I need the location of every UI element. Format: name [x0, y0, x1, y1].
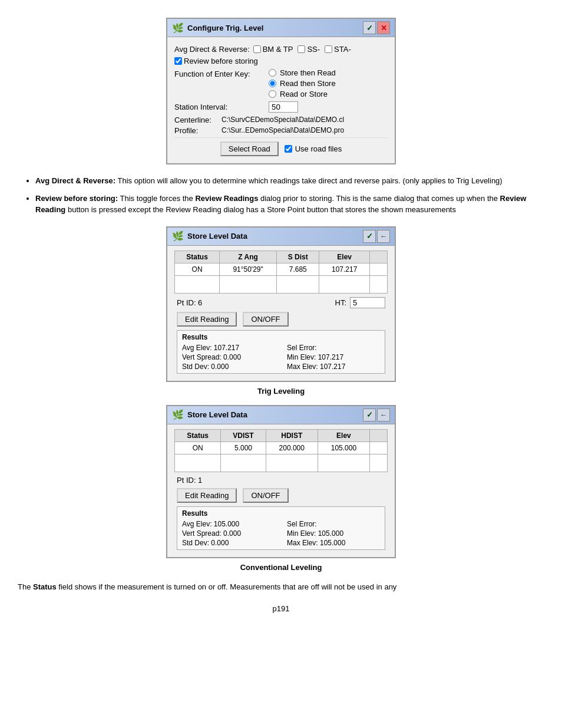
- trig-ok-button[interactable]: ✓: [363, 230, 376, 243]
- conv-results-legend: Results: [182, 509, 380, 518]
- bullet-avg-text: This option will allow you to determine …: [117, 176, 502, 185]
- trig-store-body: Status Z Ang S Dist Elev ON 91°50'29" 7.…: [167, 246, 395, 381]
- sta-checkbox[interactable]: [325, 45, 332, 53]
- conv-edit-row: Edit Reading ON/OFF: [174, 488, 388, 503]
- conv-table-row-1: ON 5.000 200.000 105.000: [175, 442, 388, 454]
- trig-data-table: Status Z Ang S Dist Elev ON 91°50'29" 7.…: [174, 251, 388, 294]
- ss-checkbox[interactable]: [297, 45, 305, 53]
- trig-min-elev: Min Elev: 107.217: [287, 353, 380, 361]
- configure-trig-title-left: 🌿 Configure Trig. Level: [172, 22, 263, 34]
- trig-pt-ht-row: Pt ID: 6 HT: 5: [174, 297, 388, 308]
- ok-button[interactable]: ✓: [363, 21, 376, 34]
- read-or-store-label: Read or Store: [280, 90, 328, 98]
- profile-value: C:\Sur..EDemoSpecial\Data\DEMO.pro: [222, 126, 344, 135]
- close-button[interactable]: ✕: [377, 21, 390, 34]
- bullet-review-text2: dialog prior to storing. This is the sam…: [260, 194, 500, 203]
- conv-store-title: Store Level Data: [187, 410, 247, 419]
- store-then-read-label: Store then Read: [280, 68, 336, 77]
- trig-status-1: ON: [175, 263, 220, 275]
- avg-direct-reverse-row: Avg Direct & Reverse: BM & TP SS- STA-: [174, 45, 388, 54]
- select-road-button[interactable]: Select Road: [220, 141, 279, 156]
- bm-tp-label: BM & TP: [263, 45, 293, 54]
- use-road-files-label: Use road files: [295, 144, 342, 153]
- conv-elev-1: 105.000: [318, 442, 369, 454]
- centerline-value: C:\SurvCEDemoSpecial\Data\DEMO.cl: [222, 116, 344, 124]
- use-road-files-checkbox[interactable]: [285, 145, 292, 153]
- bullet-avg-bold: Avg Direct & Reverse:: [35, 176, 115, 185]
- conv-hdist-1: 200.000: [266, 442, 318, 454]
- trig-col-extra: [370, 251, 388, 263]
- trig-store-icon: 🌿: [172, 230, 184, 242]
- conv-store-body: Status VDIST HDIST Elev ON 5.000 200.000…: [167, 424, 395, 557]
- trig-sel-error: Sel Error:: [287, 344, 380, 352]
- trig-back-button[interactable]: ←: [377, 230, 390, 243]
- conv-col-status: Status: [175, 429, 221, 442]
- footer-status-bold: Status: [33, 582, 57, 591]
- centerline-label: Centerline:: [174, 116, 222, 124]
- profile-row: Profile: C:\Sur..EDemoSpecial\Data\DEMO.…: [174, 126, 388, 135]
- trig-extra-1: [370, 263, 388, 275]
- conv-onoff-button[interactable]: ON/OFF: [243, 488, 288, 503]
- conv-results-group: Results Avg Elev: 105.000 Sel Error: Ver…: [177, 506, 385, 550]
- profile-label: Profile:: [174, 126, 222, 135]
- trig-table-header: Status Z Ang S Dist Elev: [175, 251, 388, 263]
- page-footer: p191: [18, 604, 544, 613]
- bullet-review-text: This toggle forces the: [120, 194, 196, 203]
- read-or-store-item: Read or Store: [269, 90, 336, 98]
- bullet-review-bold: Review before storing:: [35, 194, 118, 203]
- configure-trig-title: Configure Trig. Level: [187, 24, 263, 32]
- conv-results-grid: Avg Elev: 105.000 Sel Error: Vert Spread…: [182, 520, 380, 547]
- conv-ok-button[interactable]: ✓: [363, 409, 376, 421]
- conv-col-elev: Elev: [318, 429, 369, 442]
- trig-max-elev: Max Elev: 107.217: [287, 363, 380, 371]
- trig-empty-row: [175, 275, 388, 293]
- trig-edit-row: Edit Reading ON/OFF: [174, 312, 388, 327]
- trig-table-row-1: ON 91°50'29" 7.685 107.217: [175, 263, 388, 275]
- trig-elev-1: 107.217: [319, 263, 370, 275]
- function-enter-label: Function of Enter Key:: [174, 68, 269, 78]
- trig-empty-5: [370, 275, 388, 293]
- trig-ht-group: HT: 5: [335, 297, 386, 308]
- bullet-review-readings-bold: Review Readings: [195, 194, 258, 203]
- station-interval-input[interactable]: 50: [269, 101, 298, 113]
- trig-onoff-button[interactable]: ON/OFF: [243, 312, 288, 327]
- bm-tp-cb-item: BM & TP: [253, 45, 293, 54]
- conv-store-title-left: 🌿 Store Level Data: [172, 409, 247, 420]
- centerline-row: Centerline: C:\SurvCEDemoSpecial\Data\DE…: [174, 116, 388, 124]
- footer-text-2: field shows if the measurement is turned…: [57, 582, 397, 591]
- read-then-store-item: Read then Store: [269, 79, 336, 88]
- bullet-avg: Avg Direct & Reverse: This option will a…: [35, 175, 544, 187]
- conv-edit-reading-button[interactable]: Edit Reading: [177, 488, 237, 503]
- store-then-read-radio[interactable]: [269, 69, 276, 77]
- store-then-read-item: Store then Read: [269, 68, 336, 77]
- conv-store-icon: 🌿: [172, 409, 184, 420]
- conv-store-titlebar: 🌿 Store Level Data ✓ ←: [167, 406, 395, 424]
- trig-leveling-section: 🌿 Store Level Data ✓ ← Status Z Ang S Di…: [18, 226, 544, 382]
- conventional-leveling-caption: Conventional Leveling: [18, 563, 544, 572]
- read-or-store-radio[interactable]: [269, 90, 276, 98]
- conv-pt-id: Pt ID: 1: [177, 476, 202, 485]
- read-then-store-radio[interactable]: [269, 80, 276, 87]
- avg-direct-label: Avg Direct & Reverse:: [174, 45, 250, 54]
- trig-ht-input[interactable]: 5: [350, 297, 385, 308]
- conv-min-elev: Min Elev: 105.000: [287, 529, 380, 538]
- conv-col-extra: [370, 429, 388, 442]
- avg-checkboxes: BM & TP SS- STA-: [253, 45, 351, 54]
- conv-status-1: ON: [175, 442, 221, 454]
- title-buttons: ✓ ✕: [363, 21, 390, 34]
- use-road-files-group: Use road files: [285, 144, 342, 153]
- review-checkbox[interactable]: [174, 57, 182, 65]
- conv-back-button[interactable]: ←: [377, 409, 390, 421]
- footer-text-1: The: [18, 582, 33, 591]
- trig-col-elev: Elev: [319, 251, 370, 263]
- footer-paragraph: The Status field shows if the measuremen…: [18, 581, 544, 593]
- bullet-list: Avg Direct & Reverse: This option will a…: [35, 175, 544, 216]
- bm-tp-checkbox[interactable]: [253, 45, 261, 53]
- ss-cb-item: SS-: [297, 45, 320, 54]
- trig-sdist-1: 7.685: [277, 263, 319, 275]
- select-road-row: Select Road Use road files: [174, 141, 388, 156]
- trig-store-titlebar: 🌿 Store Level Data ✓ ←: [167, 228, 395, 246]
- trig-edit-reading-button[interactable]: Edit Reading: [177, 312, 237, 327]
- trig-results-legend: Results: [182, 333, 380, 341]
- configure-trig-dialog: 🌿 Configure Trig. Level ✓ ✕ Avg Direct &…: [166, 18, 396, 164]
